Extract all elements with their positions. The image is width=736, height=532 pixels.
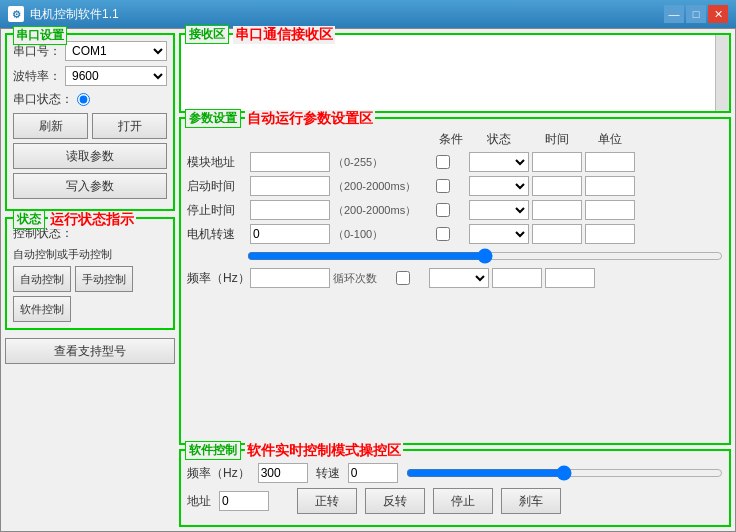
brake-button[interactable]: 刹车	[501, 488, 561, 514]
col-unit: 单位	[585, 131, 635, 148]
software-addr-input[interactable]	[219, 491, 269, 511]
row4-checkbox[interactable]	[436, 227, 450, 241]
params-badge: 参数设置	[185, 109, 241, 128]
refresh-button[interactable]: 刷新	[13, 113, 88, 139]
freq-input[interactable]	[250, 268, 330, 288]
col-status: 状态	[469, 131, 529, 148]
status-label-box: 状态 运行状态指示	[13, 210, 136, 229]
row4-input[interactable]	[250, 224, 330, 244]
software-speed-label: 转速	[316, 465, 340, 482]
serial-section-label: 串口设置	[13, 26, 67, 45]
forward-button[interactable]: 正转	[297, 488, 357, 514]
status-section: 状态 运行状态指示 控制状态： 自动控制或手动控制 自动控制 手动控制 软件控制	[5, 217, 175, 330]
freq-status-select[interactable]	[429, 268, 489, 288]
port-status-radio[interactable]	[77, 93, 90, 106]
software-slider[interactable]	[406, 465, 723, 481]
reverse-button[interactable]: 反转	[365, 488, 425, 514]
row3-status-select[interactable]	[469, 200, 529, 220]
software-control-button[interactable]: 软件控制	[13, 296, 71, 322]
control-status-value: 自动控制或手动控制	[13, 247, 167, 262]
left-panel: 串口设置 串口号： COM1 COM2 COM3 波特率： 9600 19200…	[5, 33, 175, 527]
status-badge: 状态	[13, 210, 45, 229]
title-bar: ⚙ 电机控制软件1.1 — □ ✕	[0, 0, 736, 28]
minimize-button[interactable]: —	[664, 5, 684, 23]
app-icon: ⚙	[8, 6, 24, 22]
content-area: 串口设置 串口号： COM1 COM2 COM3 波特率： 9600 19200…	[1, 29, 735, 531]
right-panel: 接收区 串口通信接收区 参数设置 自动运行参数设置区 条件 状	[179, 33, 731, 527]
row4-unit-input[interactable]	[585, 224, 635, 244]
receive-textarea[interactable]	[181, 35, 729, 111]
baud-row: 波特率： 9600 19200 38400	[13, 66, 167, 86]
row2-label: 启动时间	[187, 178, 247, 195]
bottom-left: 查看支持型号	[5, 338, 175, 364]
row1-status-select[interactable]	[469, 152, 529, 172]
receive-section: 接收区 串口通信接收区	[179, 33, 731, 113]
freq-time-input[interactable]	[492, 268, 542, 288]
title-bar-left: ⚙ 电机控制软件1.1	[8, 6, 119, 23]
control-action-buttons: 正转 反转 停止 刹车	[297, 488, 561, 514]
row1-label: 模块地址	[187, 154, 247, 171]
receive-title: 串口通信接收区	[233, 26, 335, 44]
software-badge: 软件控制	[185, 441, 241, 460]
row1-checkbox[interactable]	[436, 155, 450, 169]
row4-time-input[interactable]	[532, 224, 582, 244]
row2-checkbox[interactable]	[436, 179, 450, 193]
port-label: 串口号：	[13, 43, 61, 60]
freq-unit-input[interactable]	[545, 268, 595, 288]
scrollbar	[715, 35, 729, 111]
software-freq-input[interactable]	[258, 463, 308, 483]
write-params-button[interactable]: 写入参数	[13, 173, 167, 199]
receive-badge: 接收区	[185, 25, 229, 44]
row4-label: 电机转速	[187, 226, 247, 243]
auto-control-button[interactable]: 自动控制	[13, 266, 71, 292]
close-button[interactable]: ✕	[708, 5, 728, 23]
row2-unit-input[interactable]	[585, 176, 635, 196]
freq-checkbox[interactable]	[396, 271, 410, 285]
row1-unit-input[interactable]	[585, 152, 635, 172]
control-buttons: 自动控制 手动控制 软件控制	[13, 266, 167, 322]
row4-status-select[interactable]	[469, 224, 529, 244]
params-row-4: 电机转速 （0-100）	[187, 224, 723, 244]
params-title: 自动运行参数设置区	[245, 110, 375, 128]
port-select[interactable]: COM1 COM2 COM3	[65, 41, 167, 61]
status-title: 运行状态指示	[48, 211, 136, 229]
row3-label: 停止时间	[187, 202, 247, 219]
row2-hint: （200-2000ms）	[333, 179, 433, 194]
row3-hint: （200-2000ms）	[333, 203, 433, 218]
params-header: 参数设置 自动运行参数设置区	[185, 109, 375, 128]
software-section: 软件控制 软件实时控制模式操控区 频率（Hz） 转速 地址 正转	[179, 449, 731, 527]
row3-checkbox[interactable]	[436, 203, 450, 217]
software-speed-input[interactable]	[348, 463, 398, 483]
serial-settings-section: 串口设置 串口号： COM1 COM2 COM3 波特率： 9600 19200…	[5, 33, 175, 211]
params-row-2: 启动时间 （200-2000ms）	[187, 176, 723, 196]
port-status-label: 串口状态：	[13, 91, 73, 108]
port-status-row: 串口状态：	[13, 91, 167, 108]
params-col-headers: 条件 状态 时间 单位	[187, 131, 723, 148]
maximize-button[interactable]: □	[686, 5, 706, 23]
baud-select[interactable]: 9600 19200 38400	[65, 66, 167, 86]
row2-status-select[interactable]	[469, 176, 529, 196]
check-model-button[interactable]: 查看支持型号	[5, 338, 175, 364]
row2-time-input[interactable]	[532, 176, 582, 196]
params-section: 参数设置 自动运行参数设置区 条件 状态 时间 单位 模块地址	[179, 117, 731, 445]
row2-input[interactable]	[250, 176, 330, 196]
speed-slider[interactable]	[247, 248, 723, 264]
col-condition: 条件	[436, 131, 466, 148]
row1-time-input[interactable]	[532, 152, 582, 172]
main-window: 串口设置 串口号： COM1 COM2 COM3 波特率： 9600 19200…	[0, 28, 736, 532]
row1-input[interactable]	[250, 152, 330, 172]
receive-header: 接收区 串口通信接收区	[185, 25, 335, 44]
stop-button[interactable]: 停止	[433, 488, 493, 514]
window-title: 电机控制软件1.1	[30, 6, 119, 23]
row3-input[interactable]	[250, 200, 330, 220]
manual-control-button[interactable]: 手动控制	[75, 266, 133, 292]
row3-time-input[interactable]	[532, 200, 582, 220]
read-params-button[interactable]: 读取参数	[13, 143, 167, 169]
row3-unit-input[interactable]	[585, 200, 635, 220]
software-addr-row: 地址 正转 反转 停止 刹车	[187, 488, 723, 514]
software-freq-label: 频率（Hz）	[187, 465, 250, 482]
open-button[interactable]: 打开	[92, 113, 167, 139]
serial-btn-row: 刷新 打开	[13, 113, 167, 139]
params-row-1: 模块地址 （0-255）	[187, 152, 723, 172]
baud-label: 波特率：	[13, 68, 61, 85]
